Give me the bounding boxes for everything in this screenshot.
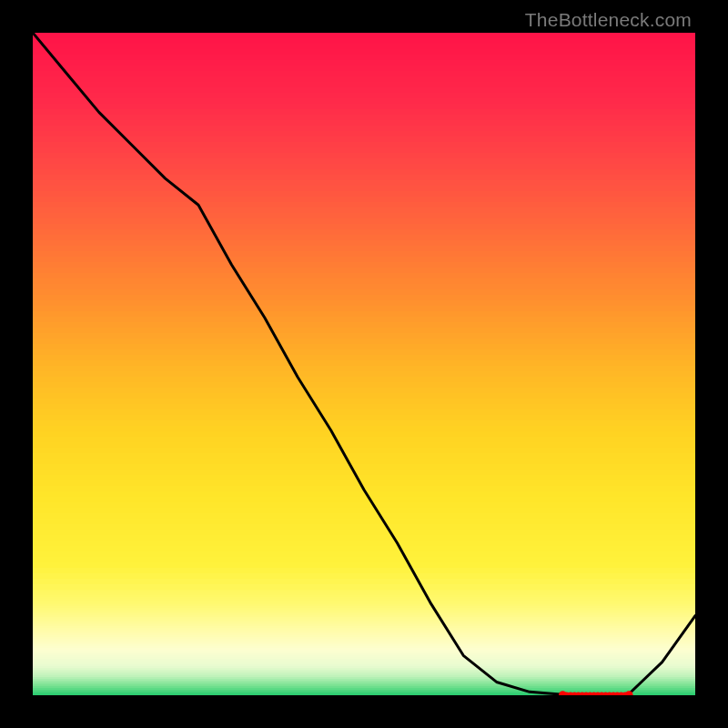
plot-area bbox=[33, 33, 695, 695]
attribution-text: TheBottleneck.com bbox=[525, 9, 692, 31]
heat-gradient-background bbox=[33, 33, 695, 695]
chart-canvas: TheBottleneck.com bbox=[0, 0, 728, 728]
